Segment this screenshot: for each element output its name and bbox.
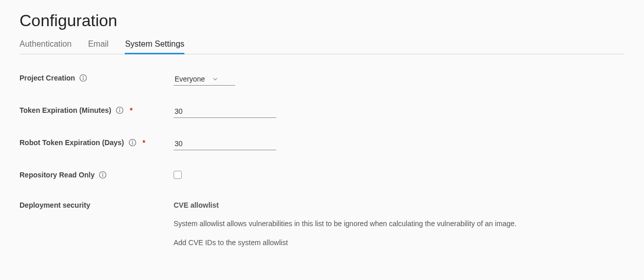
- svg-point-11: [102, 173, 103, 174]
- svg-point-8: [132, 141, 133, 142]
- chevron-down-icon: [212, 76, 218, 82]
- project-creation-label: Project Creation: [20, 74, 75, 82]
- page-title: Configuration: [20, 11, 624, 30]
- tab-system-settings[interactable]: System Settings: [125, 39, 184, 54]
- robot-token-expiration-input[interactable]: [174, 138, 276, 150]
- repo-read-only-checkbox[interactable]: [174, 171, 182, 179]
- token-expiration-label: Token Expiration (Minutes): [20, 106, 111, 114]
- required-marker: *: [143, 138, 145, 147]
- robot-token-expiration-label: Robot Token Expiration (Days): [20, 138, 124, 147]
- info-icon[interactable]: [99, 171, 107, 179]
- svg-point-5: [119, 108, 120, 109]
- project-creation-select[interactable]: Everyone: [174, 74, 235, 86]
- info-icon[interactable]: [128, 138, 137, 147]
- required-marker: *: [130, 106, 132, 114]
- tab-authentication[interactable]: Authentication: [20, 39, 71, 54]
- cve-allowlist-description: System allowlist allows vulnerabilities …: [174, 218, 624, 229]
- deployment-security-label: Deployment security: [20, 201, 90, 209]
- cve-allowlist-title: CVE allowlist: [174, 201, 624, 209]
- tab-email[interactable]: Email: [88, 39, 108, 54]
- info-icon[interactable]: [79, 74, 87, 82]
- token-expiration-input[interactable]: [174, 106, 276, 118]
- repo-read-only-label: Repository Read Only: [20, 171, 94, 179]
- tab-bar: Authentication Email System Settings: [20, 39, 624, 54]
- cve-allowlist-hint: Add CVE IDs to the system allowlist: [174, 238, 624, 247]
- system-settings-form: Project Creation Everyone Token Ex: [20, 54, 624, 247]
- info-icon[interactable]: [116, 106, 124, 114]
- project-creation-value: Everyone: [175, 75, 205, 83]
- svg-point-2: [83, 76, 84, 77]
